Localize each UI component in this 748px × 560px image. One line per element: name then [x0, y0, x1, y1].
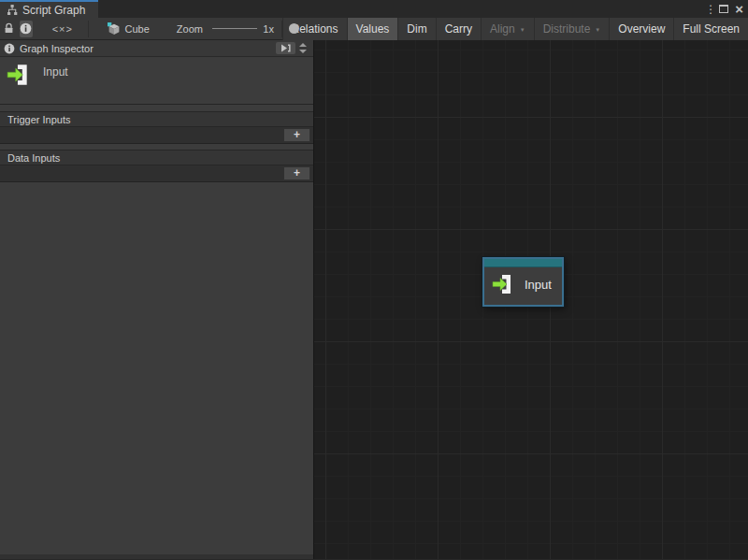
- distribute-label: Distribute: [543, 22, 591, 36]
- chevron-down-icon: ▼: [595, 27, 600, 33]
- data-inputs-title: Data Inputs: [7, 152, 60, 164]
- input-node-label: Input: [525, 278, 552, 292]
- inspector-toggle-button[interactable]: [20, 21, 33, 37]
- graph-target-label: Cube: [125, 23, 150, 35]
- input-node-body: Input: [484, 267, 562, 301]
- values-label: Values: [356, 22, 390, 36]
- script-graph-window: { "colors": { "tab_accent_blue": "#3e7cb…: [0, 0, 748, 560]
- panel-scroll-spinner[interactable]: [299, 43, 309, 53]
- graph-toolbar: <×> Cube Zoom 1x Relations Values Dim Ca…: [0, 18, 748, 40]
- add-data-input-button[interactable]: +: [283, 166, 310, 180]
- input-node-title-bar: [484, 259, 562, 267]
- lock-icon: [3, 22, 15, 35]
- add-trigger-input-button[interactable]: +: [283, 128, 310, 142]
- zoom-value: 1x: [263, 23, 274, 35]
- selected-unit-label: Input: [43, 65, 68, 79]
- graph-inspector-title: Graph Inspector: [20, 43, 276, 54]
- align-dropdown[interactable]: Align ▼: [481, 18, 534, 40]
- graph-canvas[interactable]: Input: [314, 40, 748, 559]
- arrow-up-icon: [299, 43, 307, 47]
- zoom-slider-track: [212, 28, 257, 29]
- chevron-down-icon: ▼: [520, 27, 525, 33]
- input-node[interactable]: Input: [482, 257, 564, 307]
- zoom-slider[interactable]: [212, 21, 257, 37]
- toolbar-separator: [88, 21, 89, 37]
- overview-label: Overview: [618, 22, 665, 36]
- graph-inspector-panel: Graph Inspector Input Trigger Inputs: [0, 40, 314, 559]
- dock-sidebar-button[interactable]: [276, 42, 295, 54]
- dim-label: Dim: [407, 22, 426, 36]
- carry-button[interactable]: Carry: [436, 18, 481, 40]
- main-area: Graph Inspector Input Trigger Inputs: [0, 40, 748, 559]
- dim-button[interactable]: Dim: [397, 18, 435, 40]
- values-button[interactable]: Values: [347, 18, 398, 40]
- window-controls: ⋮ ×: [705, 0, 748, 18]
- cube-icon: [108, 22, 121, 36]
- zoom-slider-handle[interactable]: [289, 23, 299, 34]
- tab-bar: Script Graph ⋮ ×: [0, 0, 748, 18]
- window-menu-icon[interactable]: ⋮: [705, 4, 712, 15]
- panel-bottom-edge: [0, 554, 313, 559]
- graph-inspector-header: Graph Inspector: [0, 40, 313, 57]
- lock-button[interactable]: [3, 21, 15, 37]
- data-inputs-header: Data Inputs: [0, 150, 313, 165]
- close-icon[interactable]: ×: [735, 2, 743, 16]
- code-icon: <×>: [52, 23, 73, 35]
- carry-label: Carry: [445, 22, 472, 36]
- align-label: Align: [490, 22, 515, 36]
- maximize-icon[interactable]: [719, 5, 728, 13]
- overview-button[interactable]: Overview: [609, 18, 673, 40]
- full-screen-button[interactable]: Full Screen: [673, 18, 748, 40]
- input-unit-icon: [7, 63, 31, 87]
- graph-target-button[interactable]: Cube: [108, 22, 150, 36]
- full-screen-label: Full Screen: [683, 22, 740, 36]
- trigger-inputs-title: Trigger Inputs: [7, 114, 70, 125]
- inspector-empty-area: [0, 188, 313, 554]
- trigger-inputs-header: Trigger Inputs: [0, 111, 313, 127]
- dock-panel-icon: [280, 43, 292, 53]
- tab-script-graph[interactable]: Script Graph: [0, 0, 98, 18]
- distribute-dropdown[interactable]: Distribute ▼: [534, 18, 610, 40]
- data-inputs-list: +: [0, 165, 313, 182]
- info-icon: [4, 43, 15, 54]
- tab-title: Script Graph: [22, 4, 85, 17]
- zoom-label: Zoom: [177, 23, 203, 35]
- arrow-down-icon: [299, 50, 307, 53]
- csharp-preview-button[interactable]: <×>: [52, 21, 73, 37]
- view-buttons-group: Relations Values Dim Carry Align ▼ Distr…: [282, 18, 748, 40]
- selected-unit-preview: Input: [0, 57, 313, 105]
- trigger-inputs-list: +: [0, 127, 313, 144]
- info-icon: [20, 22, 32, 35]
- input-unit-icon: [492, 273, 514, 295]
- graph-icon: [7, 5, 18, 16]
- panel-spacer: [0, 105, 313, 111]
